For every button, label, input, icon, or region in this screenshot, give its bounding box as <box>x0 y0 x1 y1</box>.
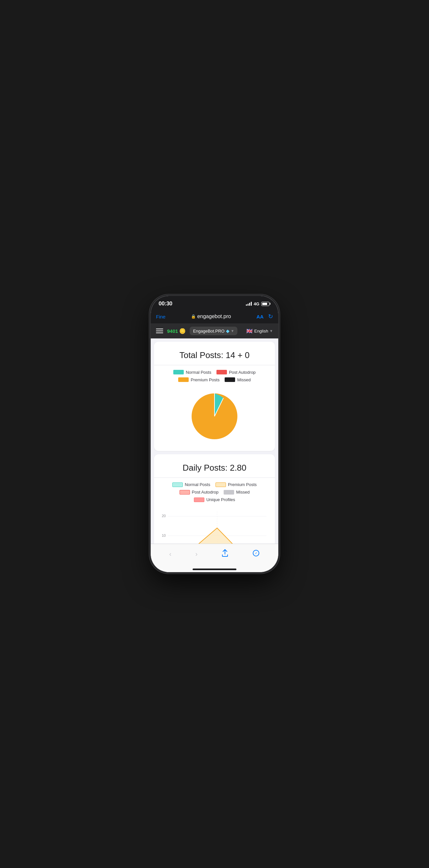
diamond-icon: ◆ <box>226 328 230 334</box>
premium-posts-swatch <box>178 377 189 382</box>
daily-missed-label: Missed <box>236 490 250 495</box>
pie-chart-container <box>159 387 270 446</box>
home-indicator-bar <box>151 567 278 572</box>
status-time: 00:30 <box>159 301 172 307</box>
missed-label: Missed <box>237 377 251 382</box>
status-icons: 4G <box>246 302 270 306</box>
browser-bar: Fine 🔒 engagebot.pro AA ↻ <box>151 310 278 323</box>
daily-autodrop-swatch <box>179 490 190 495</box>
daily-legend-normal: Normal Posts <box>172 482 210 487</box>
app-navbar: 9401 🪙 EngageBot.PRO ◆ ▼ 🇬🇧 English ▼ <box>151 323 278 338</box>
language-label: English <box>254 329 268 334</box>
browser-nav: ‹ › <box>151 544 278 567</box>
daily-posts-title: Daily Posts: 2.80 <box>159 460 270 477</box>
battery-fill <box>262 303 267 305</box>
signal-bar-2 <box>248 304 249 306</box>
lock-icon: 🔒 <box>191 314 196 319</box>
flag-icon: 🇬🇧 <box>246 328 253 334</box>
y-label-10: 10 <box>162 533 166 537</box>
daily-posts-legend: Normal Posts Premium Posts Post Autodrop… <box>159 482 270 502</box>
scroll-content[interactable]: Total Posts: 14 + 0 Normal Posts Post Au… <box>151 338 278 544</box>
normal-posts-label: Normal Posts <box>186 370 211 375</box>
total-posts-title: Total Posts: 14 + 0 <box>159 347 270 365</box>
battery-icon <box>261 302 270 306</box>
battery-tip <box>270 303 270 305</box>
daily-unique-swatch <box>194 497 204 502</box>
compass-icon <box>253 550 260 557</box>
browser-back-button[interactable]: Fine <box>156 314 165 319</box>
legend-premium-posts: Premium Posts <box>178 377 220 382</box>
lang-chevron-icon: ▼ <box>269 329 273 333</box>
battery-body <box>261 302 269 306</box>
coin-icon: 🪙 <box>179 328 186 334</box>
signal-icon <box>246 302 252 306</box>
hamburger-menu[interactable] <box>156 329 163 333</box>
browser-url-text: engagebot.pro <box>197 314 231 319</box>
brand-selector[interactable]: EngageBot.PRO ◆ ▼ <box>190 327 237 335</box>
daily-legend-unique: Unique Profiles <box>194 497 235 502</box>
total-posts-card: Total Posts: 14 + 0 Normal Posts Post Au… <box>154 342 275 451</box>
notch <box>195 296 234 306</box>
browser-actions: AA ↻ <box>256 313 273 320</box>
nav-bookmarks-button[interactable] <box>249 548 264 560</box>
daily-unique-label: Unique Profiles <box>206 497 235 502</box>
daily-chart-area: 20 10 0 <box>159 507 270 544</box>
total-posts-legend: Normal Posts Post Autodrop Premium Posts… <box>159 370 270 382</box>
daily-premium-label: Premium Posts <box>228 482 257 487</box>
chevron-down-icon: ▼ <box>231 329 234 333</box>
home-indicator <box>193 568 236 570</box>
daily-legend-premium: Premium Posts <box>216 482 257 487</box>
refresh-icon[interactable]: ↻ <box>268 313 273 320</box>
signal-bar-1 <box>246 304 247 306</box>
post-autodrop-label: Post Autodrop <box>229 370 256 375</box>
aa-button[interactable]: AA <box>256 314 264 319</box>
legend-post-autodrop: Post Autodrop <box>217 370 256 375</box>
nav-back-button[interactable]: ‹ <box>165 548 175 560</box>
legend-missed: Missed <box>225 377 251 382</box>
daily-autodrop-label: Post Autodrop <box>192 490 219 495</box>
daily-normal-swatch <box>172 483 183 487</box>
daily-missed-swatch <box>224 490 234 495</box>
network-label: 4G <box>254 302 259 306</box>
daily-legend-missed: Missed <box>224 490 250 495</box>
legend-normal-posts: Normal Posts <box>173 370 211 375</box>
language-selector[interactable]: 🇬🇧 English ▼ <box>246 328 273 334</box>
daily-posts-card: Daily Posts: 2.80 Normal Posts Premium P… <box>154 454 275 544</box>
pie-chart <box>188 390 241 442</box>
signal-bar-3 <box>249 303 250 306</box>
coins-badge: 9401 🪙 <box>167 328 186 334</box>
phone-frame: 00:30 4G Fine � <box>151 296 278 572</box>
premium-posts-label: Premium Posts <box>191 377 220 382</box>
daily-chart-svg: 20 10 0 <box>159 508 270 544</box>
normal-posts-swatch <box>173 370 184 374</box>
browser-url-bar[interactable]: 🔒 engagebot.pro <box>165 314 256 319</box>
hamburger-line-2 <box>156 331 163 331</box>
daily-normal-label: Normal Posts <box>185 482 210 487</box>
share-icon <box>221 549 229 557</box>
missed-swatch <box>225 377 235 382</box>
post-autodrop-swatch <box>217 370 227 374</box>
daily-premium-swatch <box>216 483 226 487</box>
coins-count: 9401 <box>167 328 178 334</box>
y-label-20: 20 <box>162 514 166 518</box>
daily-legend-autodrop: Post Autodrop <box>179 490 219 495</box>
phone-screen: 00:30 4G Fine � <box>151 296 278 572</box>
brand-name: EngageBot.PRO <box>193 329 224 334</box>
nav-share-button[interactable] <box>218 547 232 561</box>
nav-forward-button[interactable]: › <box>191 548 201 560</box>
hamburger-line-3 <box>156 333 163 333</box>
hamburger-line-1 <box>156 329 163 329</box>
signal-bar-4 <box>251 302 252 306</box>
